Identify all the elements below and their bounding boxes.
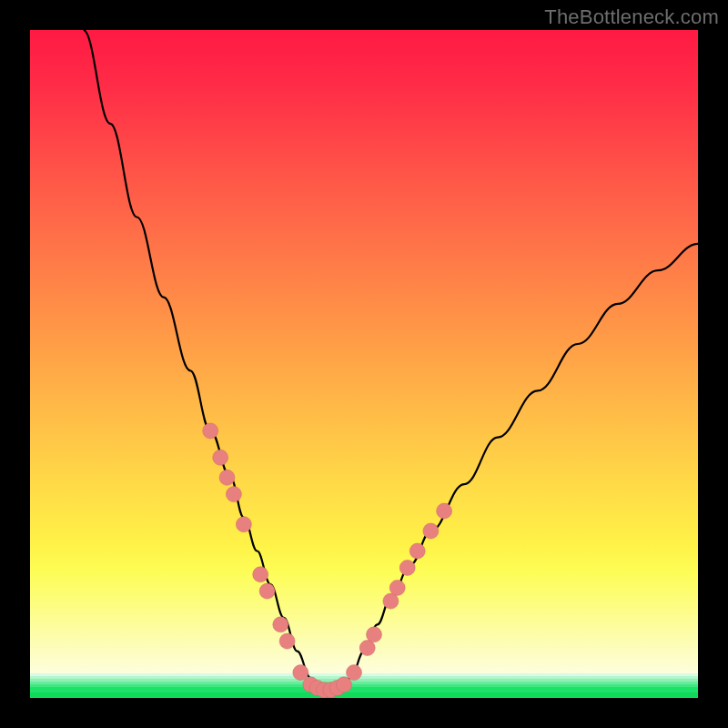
marker-dot	[367, 627, 382, 642]
curve-layer	[30, 30, 698, 698]
marker-dot	[253, 567, 268, 582]
marker-dot	[219, 470, 235, 485]
marker-dot	[337, 677, 352, 693]
marker-dot	[213, 450, 228, 465]
marker-dot	[410, 543, 425, 559]
marker-dot	[347, 665, 362, 681]
marker-dot	[423, 523, 439, 539]
marker-dot	[259, 583, 275, 599]
marker-dot	[293, 665, 308, 681]
marker-dot	[273, 617, 288, 632]
marker-dot	[203, 423, 218, 439]
marker-dot	[399, 560, 415, 575]
marker-dot	[359, 641, 375, 656]
marker-dot	[389, 580, 405, 595]
plot-area	[30, 30, 698, 698]
marker-dot	[279, 633, 295, 649]
outer-frame: TheBottleneck.com	[0, 0, 728, 728]
marker-dot	[236, 517, 251, 532]
marker-dot	[437, 503, 452, 519]
marker-dot	[383, 593, 399, 609]
bottleneck-curve	[84, 30, 698, 692]
watermark-text: TheBottleneck.com	[544, 5, 719, 29]
marker-dot	[226, 487, 241, 502]
